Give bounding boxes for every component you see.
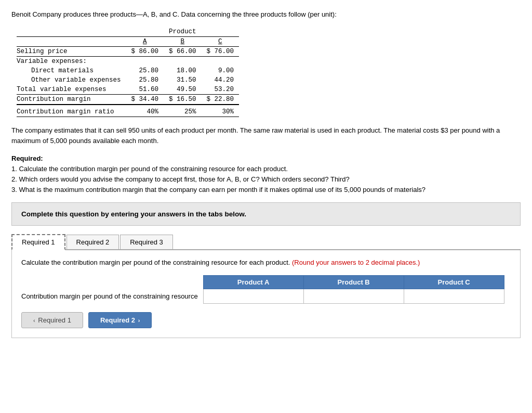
table-cell-a: 51.60 (126, 85, 164, 95)
answer-col-header: Product A (203, 276, 303, 289)
answer-input-cell-0[interactable] (203, 289, 303, 304)
table-cell-c (202, 56, 240, 66)
answer-col-header: Product B (303, 276, 404, 289)
answer-table: Product AProduct BProduct C Contribution… (21, 275, 504, 304)
required-item: 2. Which orders would you advise the com… (11, 174, 521, 185)
chevron-left-icon: ‹ (33, 317, 35, 324)
answer-col-label-header (21, 276, 203, 289)
answer-input-2[interactable] (409, 292, 499, 300)
table-cell-b: 18.00 (164, 66, 202, 75)
tab-instruction-main: Calculate the contribution margin per po… (21, 259, 290, 266)
answer-col-header: Product C (404, 276, 504, 289)
tabs-row: Required 1Required 2Required 3 (11, 233, 521, 250)
col-header-label (17, 27, 126, 37)
table-cell-b: $ 16.50 (164, 94, 202, 105)
tab-req2[interactable]: Required 2 (66, 235, 119, 249)
next-button-label: Required 2 (100, 316, 135, 324)
required-item: 3. What is the maximum contribution marg… (11, 185, 521, 195)
table-cell-c: 9.00 (202, 66, 240, 75)
complete-box-text: Complete this question by entering your … (21, 210, 511, 218)
col-header-a: A (126, 36, 164, 46)
nav-buttons: ‹ Required 1 Required 2 › (21, 312, 511, 328)
table-label-cell: Contribution margin (17, 94, 126, 105)
table-cell-c: 30% (202, 107, 240, 117)
table-label-cell: Total variable expenses (17, 85, 126, 95)
table-cell-b (164, 56, 202, 66)
next-button[interactable]: Required 2 › (88, 312, 152, 328)
table-cell-b: 31.50 (164, 75, 202, 85)
answer-table-wrap: Product AProduct BProduct C Contribution… (21, 275, 511, 304)
tab-instruction-note: (Round your answers to 2 decimal places.… (290, 259, 420, 266)
table-cell-c: $ 76.00 (202, 46, 240, 56)
tab-instruction: Calculate the contribution margin per po… (21, 257, 511, 268)
answer-input-cell-2[interactable] (404, 289, 504, 304)
answer-input-0[interactable] (209, 292, 298, 300)
table-cell-b: 25% (164, 107, 202, 117)
required-label: Required: (11, 154, 43, 162)
prev-button[interactable]: ‹ Required 1 (21, 312, 83, 328)
table-cell-a: 40% (126, 107, 164, 117)
product-table-section: Product A B C Selling price$ 86.00$ 66.0… (11, 27, 521, 117)
table-label-cell: Direct materials (17, 66, 126, 75)
complete-box: Complete this question by entering your … (11, 202, 521, 226)
table-cell-b: $ 66.00 (164, 46, 202, 56)
chevron-right-icon: › (138, 317, 140, 324)
product-header: Product (126, 27, 240, 37)
table-cell-a: 25.80 (126, 66, 164, 75)
col-header-empty (17, 36, 126, 46)
table-cell-c: $ 22.80 (202, 94, 240, 105)
table-cell-a: 25.80 (126, 75, 164, 85)
col-header-b: B (164, 36, 202, 46)
table-label-cell: Variable expenses: (17, 56, 126, 66)
company-text: The company estimates that it can sell 9… (11, 125, 521, 146)
table-cell-c: 53.20 (202, 85, 240, 95)
table-cell-b: 49.50 (164, 85, 202, 95)
table-cell-a: $ 86.00 (126, 46, 164, 56)
tab-content: Calculate the contribution margin per po… (11, 250, 521, 338)
col-header-c: C (202, 36, 240, 46)
table-label-cell: Selling price (17, 46, 126, 56)
table-cell-a: $ 34.40 (126, 94, 164, 105)
answer-row-label: Contribution margin per pound of the con… (21, 289, 203, 304)
tab-req3[interactable]: Required 3 (120, 235, 173, 249)
answer-input-cell-1[interactable] (303, 289, 404, 304)
table-label-cell: Contribution margin ratio (17, 107, 126, 117)
tab-req1[interactable]: Required 1 (11, 234, 65, 250)
prev-button-label: Required 1 (38, 316, 71, 324)
required-section: Required: 1. Calculate the contribution … (11, 153, 521, 196)
table-label-cell: Other variable expenses (17, 75, 126, 85)
product-table: Product A B C Selling price$ 86.00$ 66.0… (17, 27, 239, 117)
table-cell-a (126, 56, 164, 66)
table-cell-c: 44.20 (202, 75, 240, 85)
answer-input-1[interactable] (309, 292, 398, 300)
required-item: 1. Calculate the contribution margin per… (11, 164, 521, 174)
intro-text: Benoit Company produces three products—A… (11, 9, 521, 20)
